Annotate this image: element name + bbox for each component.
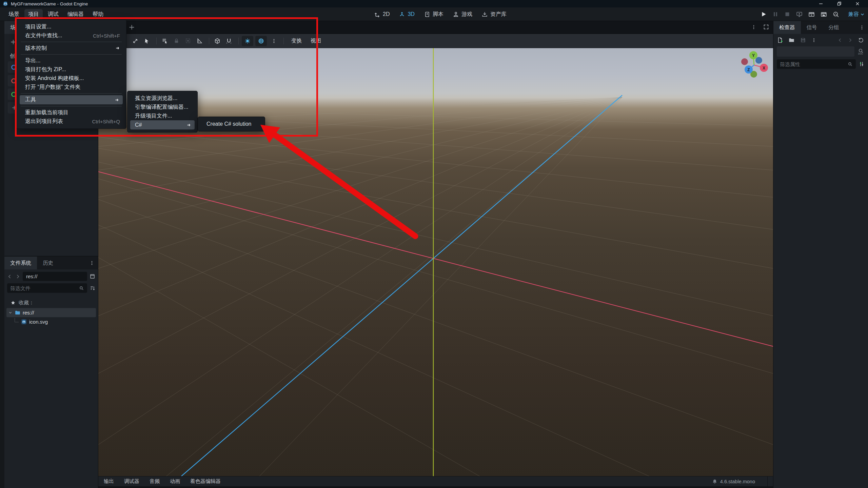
tree-item-icon-svg[interactable]: icon.svg bbox=[6, 317, 96, 326]
expand-viewport-button[interactable] bbox=[763, 24, 769, 30]
history-back-button[interactable] bbox=[837, 38, 843, 43]
play-button[interactable] bbox=[760, 11, 767, 18]
tab-audio[interactable]: 音频 bbox=[150, 478, 160, 485]
menu-item-engine-compilation-config[interactable]: 引擎编译配置编辑器... bbox=[127, 103, 197, 111]
nav-back-button[interactable] bbox=[7, 274, 13, 279]
tab-assetlib[interactable]: 资产库 bbox=[481, 11, 507, 18]
menu-separator bbox=[21, 42, 122, 42]
assetlib-download-icon bbox=[481, 11, 488, 18]
filter-files-input[interactable] bbox=[10, 285, 79, 291]
play-custom-scene-button[interactable] bbox=[820, 11, 827, 18]
bottom-bar-separator bbox=[767, 476, 768, 487]
play-remote-scene-button[interactable] bbox=[796, 11, 803, 18]
menu-item-quit-to-project-list[interactable]: 退出到项目列表Ctrl+Shift+Q bbox=[16, 117, 126, 126]
ruler-mode-button[interactable] bbox=[194, 36, 204, 46]
snap-magnet-button[interactable] bbox=[224, 36, 234, 46]
select-cursor-icon[interactable] bbox=[142, 36, 152, 46]
tab-inspector[interactable]: 检查器 bbox=[773, 21, 801, 34]
menu-editor[interactable]: 编辑器 bbox=[64, 9, 87, 20]
lock-selected-button[interactable] bbox=[171, 36, 181, 46]
stop-button[interactable] bbox=[784, 11, 791, 18]
tab-3d[interactable]: 3D bbox=[399, 11, 414, 18]
preview-sun-toggle[interactable] bbox=[242, 36, 253, 46]
menu-item-tools[interactable]: 工具 bbox=[20, 95, 123, 104]
menu-item-upgrade-project-files[interactable]: 升级项目文件... bbox=[127, 111, 197, 120]
tree-item-label: res:// bbox=[23, 310, 34, 316]
save-resource-button[interactable] bbox=[800, 37, 806, 43]
tab-game[interactable]: 游戏 bbox=[453, 11, 472, 18]
nav-forward-button[interactable] bbox=[15, 274, 20, 279]
renderer-dropdown[interactable]: 兼容 bbox=[848, 11, 865, 18]
tab-animation[interactable]: 动画 bbox=[170, 478, 180, 485]
tab-2d[interactable]: 2D bbox=[374, 11, 390, 18]
play-current-scene-button[interactable] bbox=[808, 11, 815, 18]
new-resource-button[interactable] bbox=[777, 37, 783, 43]
axis-gizmo[interactable]: Y X Z bbox=[736, 48, 770, 82]
movie-maker-button[interactable] bbox=[832, 11, 840, 18]
preview-settings-menu-button[interactable] bbox=[269, 36, 279, 46]
axis-neg-x-ball[interactable] bbox=[741, 58, 748, 65]
scale-mode-button[interactable] bbox=[130, 36, 140, 46]
menu-item-find-in-files[interactable]: 在文件中查找...Ctrl+Shift+F bbox=[16, 31, 126, 40]
restore-button[interactable] bbox=[831, 0, 847, 7]
split-mode-icon[interactable] bbox=[90, 273, 95, 279]
tab-script[interactable]: 脚本 bbox=[424, 11, 443, 18]
chevron-down-icon[interactable] bbox=[8, 311, 12, 314]
sort-files-button[interactable] bbox=[90, 285, 95, 291]
menu-debug[interactable]: 调试 bbox=[44, 9, 62, 20]
menu-item-version-control[interactable]: 版本控制 bbox=[16, 44, 126, 53]
new-scene-tab-button[interactable] bbox=[128, 24, 135, 31]
menu-item-create-csharp-solution[interactable]: Create C# solution bbox=[198, 119, 265, 129]
menu-scene[interactable]: 场景 bbox=[5, 9, 23, 20]
menu-help[interactable]: 帮助 bbox=[89, 9, 107, 20]
tab-filesystem[interactable]: 文件系统 bbox=[4, 257, 37, 269]
load-resource-button[interactable] bbox=[788, 37, 795, 43]
path-input[interactable] bbox=[23, 273, 87, 279]
viewport-grid bbox=[98, 48, 773, 476]
node-name-field[interactable] bbox=[777, 46, 854, 57]
history-forward-button[interactable] bbox=[848, 38, 853, 43]
property-name-style-button[interactable] bbox=[859, 61, 865, 67]
inspector-menu-button[interactable] bbox=[856, 21, 868, 34]
transform-menu[interactable]: 变换 bbox=[287, 37, 306, 44]
menu-item-install-android-template[interactable]: 安装 Android 构建模板... bbox=[16, 74, 126, 83]
filesystem-filter-row bbox=[4, 282, 98, 295]
close-button[interactable] bbox=[850, 0, 865, 7]
menu-item-export[interactable]: 导出... bbox=[16, 56, 126, 65]
tree-item-res-root[interactable]: res:// bbox=[6, 308, 96, 317]
local-space-cube-button[interactable] bbox=[212, 36, 222, 46]
menu-item-orphan-resource-explorer[interactable]: 孤立资源浏览器... bbox=[127, 94, 197, 103]
axis-neg-z-ball[interactable] bbox=[755, 57, 762, 64]
tab-signals[interactable]: 信号 bbox=[801, 21, 823, 34]
tab-history[interactable]: 历史 bbox=[37, 257, 59, 269]
menu-project[interactable]: 项目 bbox=[24, 9, 43, 20]
tab-output[interactable]: 输出 bbox=[104, 478, 114, 485]
filter-properties-input[interactable] bbox=[780, 61, 848, 67]
menu-item-project-settings[interactable]: 项目设置... bbox=[16, 22, 126, 31]
group-selected-button[interactable] bbox=[183, 36, 193, 46]
3d-viewport[interactable]: Y X Z bbox=[98, 48, 773, 476]
pause-button[interactable] bbox=[772, 11, 779, 18]
list-select-button[interactable] bbox=[160, 36, 170, 46]
filesystem-menu-button[interactable] bbox=[86, 257, 98, 269]
resource-options-button[interactable] bbox=[811, 38, 816, 43]
preview-environment-toggle[interactable] bbox=[255, 36, 267, 46]
tab-shader-editor[interactable]: 着色器编辑器 bbox=[190, 478, 221, 485]
scene-tabs-menu-button[interactable] bbox=[751, 24, 756, 30]
minimize-button[interactable] bbox=[813, 0, 829, 7]
bell-icon bbox=[712, 479, 717, 484]
tab-groups[interactable]: 分组 bbox=[823, 21, 845, 34]
filter-properties-field[interactable] bbox=[777, 59, 856, 69]
version-info[interactable]: 4.6.stable.mono bbox=[712, 479, 757, 484]
view-menu[interactable]: 视图 bbox=[306, 37, 326, 44]
menu-item-reload-project[interactable]: 重新加载当前项目 bbox=[16, 108, 126, 117]
menu-item-csharp[interactable]: C# bbox=[130, 120, 195, 129]
path-field[interactable] bbox=[23, 272, 87, 281]
filter-files-field[interactable] bbox=[7, 283, 87, 293]
tab-debugger[interactable]: 调试器 bbox=[124, 478, 139, 485]
menu-item-open-user-data-folder[interactable]: 打开 “用户数据” 文件夹 bbox=[16, 83, 126, 92]
chevron-down-icon bbox=[860, 12, 865, 17]
menu-item-pack-zip[interactable]: 项目打包为 ZIP... bbox=[16, 65, 126, 74]
open-docs-search-icon[interactable]: DOC bbox=[857, 48, 865, 55]
object-history-button[interactable] bbox=[858, 37, 864, 43]
